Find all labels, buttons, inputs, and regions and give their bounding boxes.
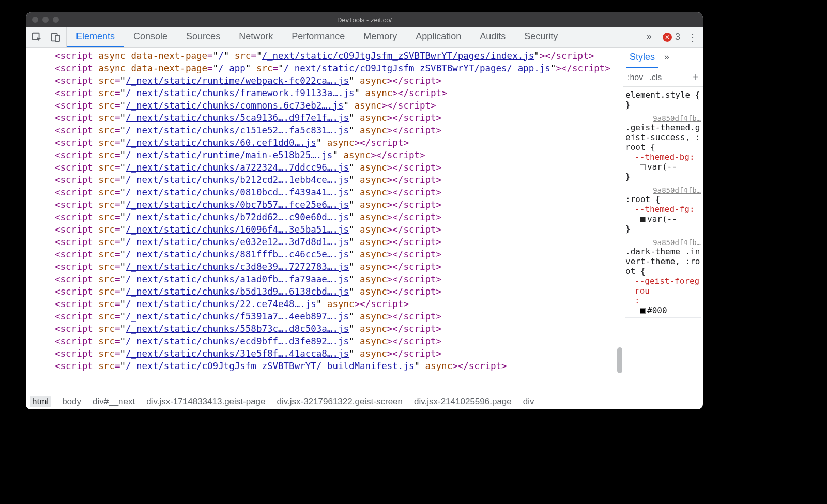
dom-node[interactable]: <script src="/_next/static/chunks/a1ad0f…: [55, 273, 623, 285]
style-rule[interactable]: element.style {}: [625, 88, 701, 112]
dom-node[interactable]: <script src="/_next/static/chunks/31e5f8…: [55, 347, 623, 360]
tab-security[interactable]: Security: [515, 27, 567, 47]
new-style-rule-button[interactable]: +: [691, 70, 701, 84]
style-rule[interactable]: 9a850df4fb….dark-theme .invert-theme, :r…: [625, 236, 701, 318]
dom-node[interactable]: <script src="/_next/static/chunks/c3d8e3…: [55, 261, 623, 273]
tab-memory[interactable]: Memory: [354, 27, 406, 47]
device-toolbar-icon[interactable]: [50, 32, 61, 43]
styles-tab[interactable]: Styles: [626, 48, 658, 68]
tab-audits[interactable]: Audits: [470, 27, 515, 47]
style-rule[interactable]: 9a850df4fb….geist-themed.geist-success, …: [625, 112, 701, 184]
devtools-window: DevTools - zeit.co/ ElementsConsoleSourc…: [26, 12, 703, 409]
tab-performance[interactable]: Performance: [282, 27, 354, 47]
dom-node[interactable]: <script src="/_next/static/chunks/22.ce7…: [55, 298, 623, 310]
dom-node[interactable]: <script src="/_next/static/runtime/webpa…: [55, 74, 623, 87]
dom-node[interactable]: <script async data-next-page="/" src="/_…: [55, 50, 623, 62]
styles-pane: Styles » :hov .cls + element.style {}9a8…: [623, 48, 703, 409]
dom-node[interactable]: <script src="/_next/static/chunks/b72dd6…: [55, 211, 623, 223]
dom-node[interactable]: <script src="/_next/static/chunks/ecd9bf…: [55, 335, 623, 347]
dom-node[interactable]: <script src="/_next/static/chunks/16096f…: [55, 223, 623, 236]
dom-node[interactable]: <script src="/_next/static/chunks/558b73…: [55, 323, 623, 335]
titlebar: DevTools - zeit.co/: [26, 12, 703, 27]
dom-scrollbar[interactable]: [617, 48, 623, 393]
settings-menu-button[interactable]: ⋮: [687, 31, 698, 43]
dom-node[interactable]: <script src="/_next/static/chunks/f5391a…: [55, 310, 623, 323]
dom-node[interactable]: <script src="/_next/static/chunks/5ca913…: [55, 112, 623, 124]
breadcrumb-item[interactable]: html: [30, 396, 51, 407]
breadcrumb-item[interactable]: div#__next: [93, 396, 135, 407]
breadcrumb-item[interactable]: div.jsx-3217961322.geist-screen: [277, 396, 403, 407]
dom-node[interactable]: <script src="/_next/static/chunks/framew…: [55, 87, 623, 99]
tab-elements[interactable]: Elements: [67, 27, 124, 47]
dom-node[interactable]: <script src="/_next/static/chunks/e032e1…: [55, 236, 623, 248]
dom-node[interactable]: <script src="/_next/static/chunks/881fff…: [55, 248, 623, 261]
tab-network[interactable]: Network: [229, 27, 282, 47]
dom-node[interactable]: <script src="/_next/static/cO9JtgJsfm_zS…: [55, 360, 623, 372]
breadcrumb-item[interactable]: body: [62, 396, 81, 407]
breadcrumb-item[interactable]: div.jsx-1714833413.geist-page: [146, 396, 265, 407]
breadcrumb-item[interactable]: div: [523, 396, 534, 407]
tab-sources[interactable]: Sources: [177, 27, 229, 47]
dom-node[interactable]: <script src="/_next/static/chunks/b212cd…: [55, 174, 623, 186]
dom-node[interactable]: <script src="/_next/static/chunks/60.cef…: [55, 136, 623, 149]
svg-rect-2: [55, 35, 59, 41]
dom-tree[interactable]: <script async data-next-page="/" src="/_…: [26, 48, 623, 393]
tab-console[interactable]: Console: [124, 27, 177, 47]
style-rule[interactable]: 9a850df4fb…:root {--themed-fg:var(--}: [625, 184, 701, 236]
dom-node[interactable]: <script src="/_next/static/runtime/main-…: [55, 149, 623, 161]
error-count-badge[interactable]: ✕ 3: [663, 32, 680, 42]
dom-node[interactable]: <script async data-next-page="/_app" src…: [55, 62, 623, 74]
dom-node[interactable]: <script src="/_next/static/chunks/b5d13d…: [55, 285, 623, 298]
breadcrumb-trail: htmlbodydiv#__nextdiv.jsx-1714833413.gei…: [26, 393, 623, 409]
dom-node[interactable]: <script src="/_next/static/chunks/c151e5…: [55, 124, 623, 136]
main-toolbar: ElementsConsoleSourcesNetworkPerformance…: [26, 27, 703, 48]
dom-node[interactable]: <script src="/_next/static/chunks/0810bc…: [55, 186, 623, 198]
error-icon: ✕: [663, 33, 672, 42]
window-title: DevTools - zeit.co/: [26, 16, 703, 24]
dom-node[interactable]: <script src="/_next/static/chunks/a72232…: [55, 161, 623, 174]
tabs-overflow-button[interactable]: »: [641, 27, 657, 47]
tab-application[interactable]: Application: [406, 27, 470, 47]
styles-tabs-overflow[interactable]: »: [661, 48, 672, 68]
toggle-class-button[interactable]: .cls: [647, 72, 664, 83]
dom-node[interactable]: <script src="/_next/static/chunks/common…: [55, 99, 623, 112]
error-count: 3: [675, 32, 680, 42]
inspect-element-icon[interactable]: [31, 32, 42, 43]
dom-node[interactable]: <script src="/_next/static/chunks/0bc7b5…: [55, 198, 623, 211]
breadcrumb-item[interactable]: div.jsx-2141025596.page: [414, 396, 512, 407]
toggle-hover-button[interactable]: :hov: [625, 72, 645, 83]
